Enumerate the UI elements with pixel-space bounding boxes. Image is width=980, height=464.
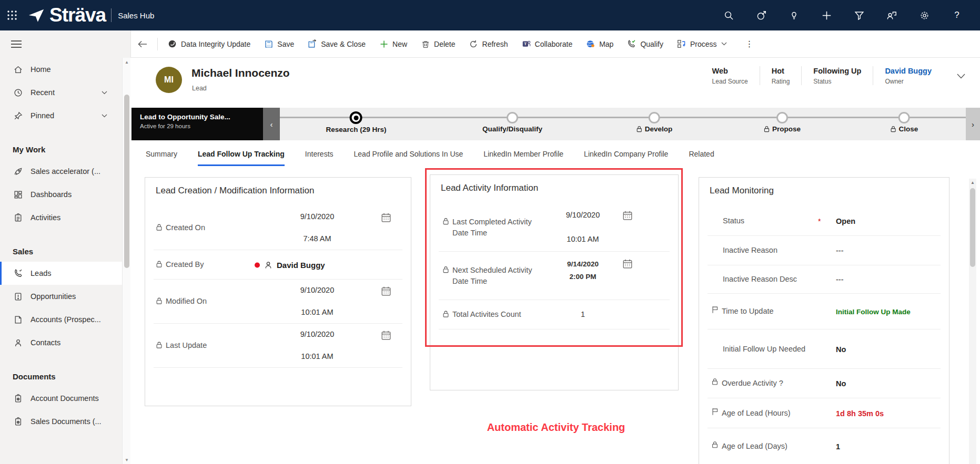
bpf-next-chevron[interactable]: › <box>966 108 980 140</box>
scroll-down-arrow-icon[interactable]: ▼ <box>123 456 131 464</box>
delete-button[interactable]: Delete <box>414 36 462 51</box>
tab-lead-follow-up-tracking[interactable]: Lead Follow Up Tracking <box>198 140 285 167</box>
bpf-stage-close[interactable]: Close <box>891 108 918 133</box>
sidebar-item-opportunities[interactable]: Opportunities <box>0 285 122 308</box>
field-row-overdue-activity: Overdue Activity ? No <box>699 369 949 398</box>
field-row-modified-on: Modified On 9/10/2020 10:01 AM <box>145 280 411 324</box>
command-label: Map <box>599 40 613 48</box>
command-overflow-button[interactable]: ⋮ <box>740 37 759 51</box>
record-header: MI Michael Innocenzo Lead Web Lead Sourc… <box>130 58 980 108</box>
sidebar-item-activities[interactable]: Activities <box>0 206 122 229</box>
sidebar-item-dashboards[interactable]: Dashboards <box>0 183 122 206</box>
card-title: Lead Monitoring <box>710 185 774 196</box>
brand-logo[interactable]: Sträva <box>27 4 106 26</box>
scroll-up-arrow-icon[interactable]: ▲ <box>969 179 976 186</box>
command-label: Delete <box>434 40 455 48</box>
form-scrollbar-thumb[interactable] <box>970 188 975 267</box>
chevron-down-icon[interactable] <box>102 91 107 95</box>
lightbulb-icon[interactable] <box>789 10 799 20</box>
save-button[interactable]: Save <box>257 36 301 51</box>
sitemap-toggle-icon[interactable] <box>7 36 25 53</box>
sidebar-scrollbar-thumb[interactable] <box>124 95 129 268</box>
stage-dot[interactable] <box>507 112 518 123</box>
tab-summary[interactable]: Summary <box>146 140 177 167</box>
sidebar-item-contacts[interactable]: Contacts <box>0 331 122 354</box>
sidebar-item-sales-accelerator[interactable]: Sales accelerator (... <box>0 160 122 183</box>
new-button[interactable]: New <box>372 36 414 51</box>
sidebar-item-accounts[interactable]: Accounts (Prospec... <box>0 308 122 331</box>
tab-related[interactable]: Related <box>689 140 714 167</box>
tab-lead-profile-solutions[interactable]: Lead Profile and Solutions In Use <box>354 140 463 167</box>
stage-active-dot[interactable] <box>350 111 362 124</box>
person-icon <box>264 261 272 269</box>
sidebar-item-home[interactable]: Home <box>0 58 122 81</box>
refresh-button[interactable]: Refresh <box>462 36 515 51</box>
add-icon[interactable] <box>821 10 832 20</box>
lock-icon <box>637 126 642 132</box>
compass-icon[interactable] <box>756 10 766 20</box>
data-integrity-update-button[interactable]: Data Integrity Update <box>161 36 257 51</box>
process-button[interactable]: Process <box>670 36 734 51</box>
stage-dot[interactable] <box>649 112 660 123</box>
time-value: 10:01 AM <box>283 308 351 316</box>
calendar-icon[interactable] <box>381 286 391 296</box>
sidebar-item-recent[interactable]: Recent <box>0 81 122 104</box>
calendar-icon[interactable] <box>622 259 633 269</box>
opportunities-icon <box>14 292 23 301</box>
stage-dot[interactable] <box>898 112 910 123</box>
map-globe-icon <box>586 39 595 48</box>
filter-icon[interactable] <box>854 10 864 20</box>
stage-dot[interactable] <box>776 112 788 123</box>
sidebar-item-label: Sales accelerator (... <box>31 167 100 176</box>
save-and-close-button[interactable]: Save & Close <box>301 36 372 51</box>
card-lead-creation-info: Lead Creation / Modification Information… <box>145 177 411 406</box>
settings-gear-icon[interactable] <box>919 10 930 20</box>
sidebar-item-sales-documents[interactable]: Sales Documents (... <box>0 410 122 433</box>
topbar-icons: ? <box>723 10 980 20</box>
bpf-collapse-chevron[interactable]: ‹ <box>263 108 280 140</box>
user-frame-icon[interactable] <box>886 10 897 20</box>
sidebar-section-my-work: My Work <box>0 139 122 160</box>
date-value: 9/14/2020 <box>549 260 617 268</box>
sidebar-item-account-documents[interactable]: Account Documents <box>0 387 122 410</box>
chevron-down-icon[interactable] <box>102 114 107 118</box>
scroll-up-arrow-icon[interactable]: ▲ <box>123 58 131 66</box>
top-navigation-bar: Sträva Sales Hub ? <box>0 0 980 30</box>
tab-linkedin-member-profile[interactable]: LinkedIn Member Profile <box>483 140 563 167</box>
form-scrollbar[interactable]: ▲ <box>969 179 976 464</box>
dashboards-icon <box>14 190 23 199</box>
date-value: 9/10/2020 <box>549 211 617 219</box>
tab-interests[interactable]: Interests <box>305 140 334 167</box>
search-icon[interactable] <box>723 10 734 20</box>
help-icon[interactable]: ? <box>952 10 962 20</box>
card-title: Lead Creation / Modification Information <box>156 185 314 196</box>
calendar-icon[interactable] <box>381 212 391 223</box>
owner-link[interactable]: David Buggy <box>885 67 932 75</box>
bpf-stage-propose[interactable]: Propose <box>764 108 801 133</box>
sidebar-item-pinned[interactable]: Pinned <box>0 104 122 127</box>
created-by-lookup[interactable]: David Buggy <box>255 261 325 270</box>
bpf-stage-research[interactable]: Research (29 Hrs) <box>326 108 387 133</box>
collaborate-button[interactable]: T Collaborate <box>515 36 580 51</box>
header-expand-chevron-icon[interactable] <box>957 74 965 79</box>
back-button[interactable] <box>131 30 154 58</box>
map-button[interactable]: Map <box>579 36 620 51</box>
time-to-update-value: Initial Follow Up Made <box>836 308 911 316</box>
field-value: No <box>836 379 846 388</box>
header-summary-fields: Web Lead Source Hot Rating Following Up … <box>701 66 943 85</box>
bpf-process-badge[interactable]: Lead to Opportunity Sale... Active for 2… <box>132 108 263 140</box>
bpf-process-name: Lead to Opportunity Sale... <box>140 113 263 121</box>
sidebar-item-leads[interactable]: Leads <box>0 262 122 285</box>
qualify-button[interactable]: Qualify <box>620 36 670 51</box>
calendar-icon[interactable] <box>381 330 391 341</box>
field-label: Status <box>813 78 861 85</box>
calendar-icon[interactable] <box>622 210 633 221</box>
app-launcher-waffle-icon[interactable] <box>0 0 24 30</box>
bpf-stage-qualify-disqualify[interactable]: Qualify/Disqualify <box>482 108 542 133</box>
bpf-stage-develop[interactable]: Develop <box>637 108 673 133</box>
card-lead-monitoring: Lead Monitoring Status * Open Inactive R… <box>699 177 949 464</box>
tab-linkedin-company-profile[interactable]: LinkedIn Company Profile <box>584 140 668 167</box>
field-value: --- <box>836 246 844 255</box>
field-row-last-update: Last Update 9/10/2020 10:01 AM <box>145 324 411 368</box>
sidebar-scrollbar[interactable]: ▲ ▼ <box>122 58 130 464</box>
